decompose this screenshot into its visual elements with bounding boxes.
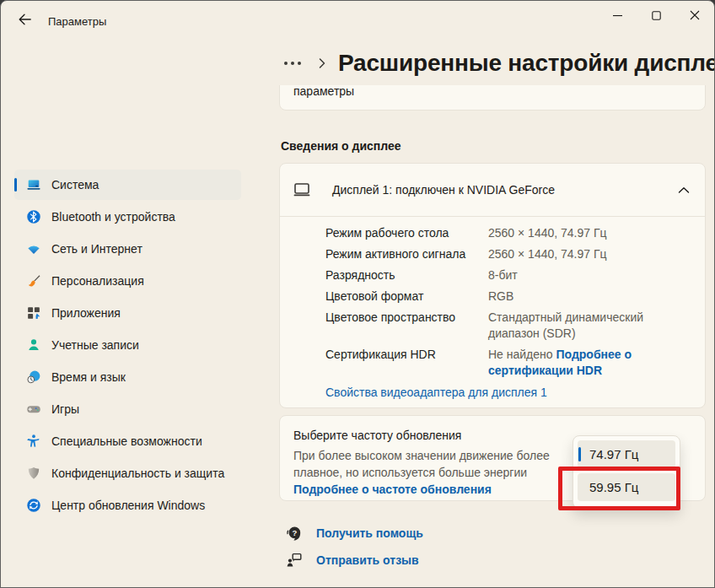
sidebar-item-label: Конфиденциальность и защита [51, 467, 224, 480]
sidebar-nav: Система Bluetooth и устройства Сеть и Ин… [1, 41, 271, 587]
accessibility-icon [26, 434, 41, 449]
feedback-icon [286, 552, 303, 569]
back-button[interactable] [11, 8, 38, 35]
accounts-person-icon [26, 337, 41, 353]
sidebar-item-label: Время и язык [51, 370, 126, 384]
scroll-viewport: параметры Сведения о дисплее Дисплей 1: … [271, 85, 714, 587]
windows-update-icon [26, 498, 41, 513]
minimize-button[interactable] [598, 1, 637, 31]
dropdown-option-label: 74.97 Гц [589, 447, 638, 461]
close-button[interactable] [675, 1, 714, 31]
get-help-label: Получить помощь [316, 526, 423, 540]
detail-value: RGB [488, 289, 680, 305]
detail-value: 2560 × 1440, 74.97 Гц [488, 225, 680, 241]
sidebar-item-system[interactable]: Система [14, 170, 241, 200]
sidebar-item-label: Bluetooth и устройства [51, 210, 175, 224]
privacy-shield-icon [26, 466, 41, 481]
send-feedback-label: Отправить отзыв [316, 553, 419, 567]
breadcrumb-ellipsis-button[interactable] [279, 58, 306, 68]
detail-value: Не найдено Подробнее о сертификации HDR [488, 347, 680, 379]
sidebar-item-label: Приложения [51, 306, 121, 320]
selected-accent-bar [578, 447, 581, 461]
dropdown-option-label: 59.95 Гц [589, 480, 638, 494]
display-adapter-properties-link[interactable]: Свойства видеоадаптера для дисплея 1 [325, 386, 680, 399]
get-help-link[interactable]: ? Получить помощь [286, 525, 706, 542]
partial-card[interactable]: параметры [279, 85, 706, 111]
sidebar-item-label: Сеть и Интернет [51, 242, 142, 256]
dropdown-option-5995[interactable]: 59.95 Гц [578, 473, 675, 501]
sidebar-item-accessibility[interactable]: Специальные возможности [14, 426, 241, 456]
display-info-card: Дисплей 1: подключен к NVIDIA GeForce Ре… [279, 163, 706, 408]
sidebar-item-games[interactable]: Игры [14, 394, 241, 424]
detail-row: Режим активного сигнала 2560 × 1440, 74.… [325, 246, 680, 262]
back-arrow-icon [18, 13, 31, 30]
page-header: Расширенные настройки дисплея [279, 50, 715, 77]
chevron-right-icon [318, 57, 326, 69]
help-icon: ? [286, 525, 303, 542]
maximize-icon [652, 8, 661, 24]
footer-links: ? Получить помощь Отправить отзыв [279, 525, 706, 569]
sidebar-item-privacy[interactable]: Конфиденциальность и защита [14, 458, 241, 488]
time-language-clock-icon [26, 370, 41, 385]
detail-value: Стандартный динамический диапазон (SDR) [488, 310, 680, 342]
display-card-title: Дисплей 1: подключен к NVIDIA GeForce [332, 183, 678, 197]
settings-window: Параметры Система Bluetooth и устрой [0, 0, 715, 588]
sidebar-item-personalization[interactable]: Персонализация [14, 266, 241, 296]
close-icon [690, 8, 700, 24]
bluetooth-icon [26, 209, 41, 224]
detail-label: Режим рабочего стола [325, 225, 488, 241]
detail-label: Разрядность [325, 267, 488, 283]
sidebar-item-label: Система [51, 178, 99, 192]
sidebar-item-label: Центр обновления Windows [51, 499, 205, 512]
sidebar-item-label: Специальные возможности [51, 434, 202, 448]
network-wifi-icon [26, 241, 41, 256]
detail-row: Сертификация HDR Не найдено Подробнее о … [325, 347, 680, 379]
chevron-up-icon[interactable] [678, 186, 690, 194]
sidebar-item-network[interactable]: Сеть и Интернет [14, 234, 241, 264]
sidebar-item-bluetooth[interactable]: Bluetooth и устройства [14, 202, 241, 232]
refresh-rate-dropdown: 74.97 Гц 59.95 Гц [573, 435, 680, 509]
sidebar-item-time-language[interactable]: Время и язык [14, 362, 241, 392]
system-laptop-icon [26, 177, 41, 192]
personalization-brush-icon [26, 273, 41, 289]
detail-row: Цветовой формат RGB [325, 289, 680, 305]
dropdown-option-7497[interactable]: 74.97 Гц [578, 440, 675, 468]
titlebar: Параметры [1, 1, 714, 41]
sidebar-item-label: Персонализация [51, 274, 144, 288]
display-card-header[interactable]: Дисплей 1: подключен к NVIDIA GeForce [280, 164, 705, 216]
sidebar-item-windows-update[interactable]: Центр обновления Windows [14, 490, 241, 521]
detail-value: 8-бит [488, 267, 680, 283]
detail-row: Разрядность 8-бит [325, 267, 680, 283]
minimize-icon [613, 8, 622, 24]
send-feedback-link[interactable]: Отправить отзыв [286, 552, 706, 569]
sidebar-item-accounts[interactable]: Учетные записи [14, 330, 241, 360]
display-icon [292, 180, 312, 200]
section-title: Сведения о дисплее [279, 139, 706, 153]
detail-label: Цветовой формат [325, 289, 488, 305]
sidebar-item-apps[interactable]: Приложения [14, 298, 241, 328]
detail-value: 2560 × 1440, 74.97 Гц [488, 246, 680, 262]
detail-label: Цветовое пространство [325, 310, 488, 342]
refresh-rate-description-text: При более высоком значении движение боле… [293, 449, 550, 479]
sidebar-item-label: Учетные записи [51, 338, 139, 352]
maximize-button[interactable] [637, 1, 675, 31]
sidebar-item-label: Игры [51, 402, 79, 416]
app-title: Параметры [48, 15, 106, 28]
page-title: Расширенные настройки дисплея [338, 50, 715, 77]
detail-row: Цветовое пространство Стандартный динами… [325, 310, 680, 342]
partial-card-text: параметры [293, 85, 354, 98]
detail-label: Режим активного сигнала [325, 246, 488, 262]
apps-icon [26, 305, 41, 321]
detail-row: Режим рабочего стола 2560 × 1440, 74.97 … [325, 225, 680, 241]
main-content: Расширенные настройки дисплея параметры … [271, 41, 714, 587]
refresh-rate-description: При более высоком значении движение боле… [293, 447, 590, 498]
refresh-rate-learn-more-link[interactable]: Подробнее о частоте обновления [293, 483, 492, 496]
display-card-body: Режим рабочего стола 2560 × 1440, 74.97 … [280, 217, 705, 407]
games-gamepad-icon [26, 402, 41, 417]
hdr-status-text: Не найдено [488, 348, 553, 361]
detail-label: Сертификация HDR [325, 347, 488, 379]
svg-text:?: ? [292, 528, 297, 537]
